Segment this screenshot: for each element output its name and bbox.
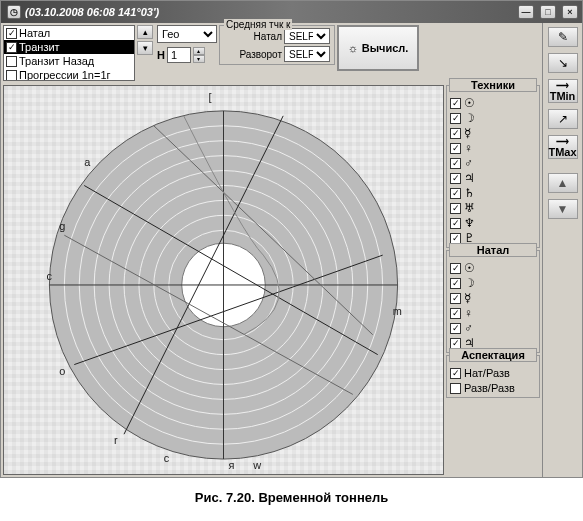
mid-point-group: Средняя тчк к Натал SELF Разворот SELF [219, 25, 335, 65]
sun-icon: ☼ [348, 42, 358, 54]
label: Нат/Разв [464, 367, 510, 379]
svg-text:c: c [164, 452, 170, 464]
list-item-3[interactable]: Прогрессии 1n=1г [4, 68, 134, 81]
checkbox[interactable]: ✓ [450, 188, 461, 199]
checkbox[interactable]: ✓ [450, 263, 461, 274]
aspect-group: Аспектация ✓Нат/РазвРазв/Разв [446, 355, 540, 398]
list-label: Транзит [19, 41, 60, 53]
checkbox[interactable]: ✓ [450, 278, 461, 289]
list-checkbox[interactable]: ✓ [6, 28, 17, 39]
tool-c-button[interactable]: ↗ [548, 109, 578, 129]
row-0[interactable]: ✓Нат/Разв [449, 366, 537, 380]
checkbox[interactable]: ✓ [450, 308, 461, 319]
list-up-button[interactable]: ▴ [137, 25, 153, 39]
planet-icon: ♂ [464, 157, 473, 169]
row-0[interactable]: ✓☉ [449, 261, 537, 275]
time-tunnel-chart[interactable]: a m c g o r c я w [ [3, 85, 444, 475]
row-5[interactable]: ✓♃ [449, 171, 537, 185]
checkbox[interactable]: ✓ [450, 143, 461, 154]
list-label: Натал [19, 27, 50, 39]
techniques-group: Техники ✓☉✓☽✓☿✓♀✓♂✓♃✓♄✓♅✓♆✓♇ [446, 85, 540, 248]
tool-b-button[interactable]: ↘ [548, 53, 578, 73]
tool-a-button[interactable]: ✎ [548, 27, 578, 47]
svg-text:c: c [46, 270, 52, 282]
row-1[interactable]: ✓☽ [449, 111, 537, 125]
row-4[interactable]: ✓♂ [449, 156, 537, 170]
right-toolbar: ✎ ↘ ⟶TMin ↗ ⟶TMax ▲ ▼ [542, 23, 582, 477]
svg-text:[: [ [209, 91, 212, 103]
checkbox[interactable]: ✓ [450, 368, 461, 379]
H-down[interactable]: ▾ [193, 55, 205, 63]
row-1[interactable]: Разв/Разв [449, 381, 537, 395]
minimize-button[interactable]: — [518, 5, 534, 19]
svg-text:m: m [393, 305, 402, 317]
row-0[interactable]: ✓☉ [449, 96, 537, 110]
midgroup-row2-label: Разворот [239, 49, 282, 60]
close-button[interactable]: × [562, 5, 578, 19]
row-1[interactable]: ✓☽ [449, 276, 537, 290]
maximize-button[interactable]: □ [540, 5, 556, 19]
planet-icon: ♀ [464, 307, 473, 319]
list-item-2[interactable]: Транзит Назад [4, 54, 134, 68]
svg-text:g: g [59, 220, 65, 232]
calculate-button[interactable]: ☼ Вычисл. [337, 25, 419, 71]
top-toolbar: ✓Натал✓ТранзитТранзит НазадПрогрессии 1n… [3, 25, 540, 83]
midgroup-row2-select[interactable]: SELF [284, 46, 330, 62]
checkbox[interactable]: ✓ [450, 233, 461, 244]
row-6[interactable]: ✓♄ [449, 186, 537, 200]
list-item-0[interactable]: ✓Натал [4, 26, 134, 40]
app-window: ◷ (03.10.2008 06:08 141°03') — □ × ✓Ната… [0, 0, 583, 478]
calc-label: Вычисл. [362, 42, 409, 54]
checkbox[interactable]: ✓ [450, 158, 461, 169]
row-3[interactable]: ✓♀ [449, 306, 537, 320]
natal-group: Натал ✓☉✓☽✓☿✓♀✓♂✓♃ [446, 250, 540, 353]
planet-icon: ♅ [464, 202, 475, 214]
nav-up-button[interactable]: ▲ [548, 173, 578, 193]
checkbox[interactable]: ✓ [450, 218, 461, 229]
planet-icon: ♃ [464, 172, 475, 184]
checkbox[interactable]: ✓ [450, 173, 461, 184]
planet-icon: ♂ [464, 322, 473, 334]
tmax-button[interactable]: ⟶TMax [548, 135, 578, 159]
checkbox[interactable]: ✓ [450, 203, 461, 214]
nav-down-button[interactable]: ▼ [548, 199, 578, 219]
checkbox[interactable]: ✓ [450, 293, 461, 304]
row-3[interactable]: ✓♀ [449, 141, 537, 155]
aspect-legend: Аспектация [449, 348, 537, 362]
midgroup-legend: Средняя тчк к [224, 19, 292, 30]
H-label: H [157, 49, 165, 61]
coord-combo[interactable]: Гео [157, 25, 217, 43]
window-title: (03.10.2008 06:08 141°03') [25, 6, 159, 18]
figure-caption: Рис. 7.20. Временной тоннель [0, 478, 583, 509]
planet-icon: ♄ [464, 187, 475, 199]
row-2[interactable]: ✓☿ [449, 126, 537, 140]
methods-listbox[interactable]: ✓Натал✓ТранзитТранзит НазадПрогрессии 1n… [3, 25, 135, 81]
techniques-legend: Техники [449, 78, 537, 92]
list-label: Прогрессии 1n=1г [19, 69, 111, 81]
checkbox[interactable] [450, 383, 461, 394]
list-down-button[interactable]: ▾ [137, 41, 153, 55]
row-7[interactable]: ✓♅ [449, 201, 537, 215]
planet-icon: ♆ [464, 217, 475, 229]
planet-icon: ☽ [464, 277, 475, 289]
row-8[interactable]: ✓♆ [449, 216, 537, 230]
checkbox[interactable]: ✓ [450, 98, 461, 109]
list-checkbox[interactable] [6, 56, 17, 67]
checkbox[interactable]: ✓ [450, 323, 461, 334]
H-up[interactable]: ▴ [193, 47, 205, 55]
midgroup-row1-label: Натал [254, 31, 282, 42]
checkbox[interactable]: ✓ [450, 338, 461, 349]
svg-text:w: w [252, 459, 261, 471]
planet-icon: ♀ [464, 142, 473, 154]
natal-legend: Натал [449, 243, 537, 257]
row-2[interactable]: ✓☿ [449, 291, 537, 305]
list-checkbox[interactable] [6, 70, 17, 81]
H-input[interactable] [167, 47, 191, 63]
checkbox[interactable]: ✓ [450, 113, 461, 124]
checkbox[interactable]: ✓ [450, 128, 461, 139]
row-4[interactable]: ✓♂ [449, 321, 537, 335]
list-checkbox[interactable]: ✓ [6, 42, 17, 53]
list-item-1[interactable]: ✓Транзит [4, 40, 134, 54]
tmin-button[interactable]: ⟶TMin [548, 79, 578, 103]
midgroup-row1-select[interactable]: SELF [284, 28, 330, 44]
